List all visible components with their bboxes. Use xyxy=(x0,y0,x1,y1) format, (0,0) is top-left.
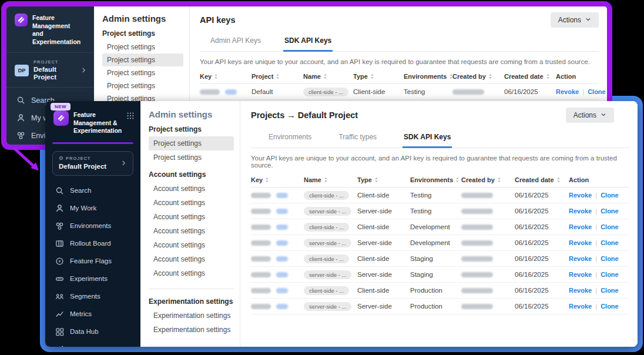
search-icon xyxy=(16,96,25,105)
column-header[interactable]: Name xyxy=(303,73,353,80)
copy-key-link[interactable] xyxy=(276,193,288,198)
copy-key-link[interactable] xyxy=(276,304,288,309)
tab[interactable]: SDK API Keys xyxy=(402,129,452,148)
column-header[interactable]: Created by xyxy=(452,73,504,80)
redacted-user xyxy=(461,304,493,309)
actions-button[interactable]: Actions xyxy=(551,12,599,28)
column-header[interactable]: Type xyxy=(353,73,404,80)
admin-nav-item[interactable]: Project settings xyxy=(149,136,234,150)
column-header[interactable]: Key xyxy=(251,176,304,183)
table-row: server-side - ... Server-side Developmen… xyxy=(251,235,629,251)
clone-link[interactable]: Clone xyxy=(601,207,619,215)
chevron-right-icon[interactable] xyxy=(120,158,127,169)
sidebar-item[interactable]: Search xyxy=(50,182,136,199)
clone-link[interactable]: Clone xyxy=(601,303,619,310)
clone-link[interactable]: Clone xyxy=(601,239,619,246)
actions-button[interactable]: Actions xyxy=(566,108,614,123)
action-cell: Revoke | Clone xyxy=(569,287,629,294)
column-header[interactable]: Name xyxy=(304,176,357,183)
app-switcher-button[interactable] xyxy=(126,110,135,122)
redacted-user xyxy=(461,240,493,246)
admin-nav-item[interactable]: Experimentation settings xyxy=(149,323,234,337)
copy-key-link[interactable] xyxy=(276,272,288,277)
sidebar-item[interactable]: Segments xyxy=(50,288,136,305)
column-header[interactable]: Environments xyxy=(410,176,461,183)
sidebar-item[interactable]: Experiments xyxy=(50,270,136,287)
sidebar-item-label: Environments xyxy=(70,222,111,229)
copy-key-link[interactable] xyxy=(276,256,288,262)
sidebar-item[interactable]: Ask Release Agent xyxy=(50,341,136,347)
admin-nav-item[interactable]: Project settings xyxy=(149,150,234,165)
sidebar-item[interactable]: Environments xyxy=(50,217,136,235)
sidebar-item[interactable]: Data Hub xyxy=(50,323,136,340)
column-header[interactable]: Created date xyxy=(515,176,569,183)
project-selector[interactable]: DP PROJECT Default Project xyxy=(6,54,94,88)
column-header[interactable]: Created by xyxy=(461,176,515,183)
redacted-key xyxy=(251,193,271,198)
clone-link[interactable]: Clone xyxy=(601,271,619,278)
admin-nav-item[interactable]: Account settings xyxy=(149,182,234,196)
name-cell: client-side - ... xyxy=(303,88,353,96)
column-header[interactable]: Environments xyxy=(404,73,452,80)
revoke-link[interactable]: Revoke xyxy=(569,223,592,230)
tab[interactable]: Traffic types xyxy=(337,129,378,148)
sidebar-item[interactable]: My Work xyxy=(50,200,136,217)
admin-nav-item[interactable]: Account settings xyxy=(149,210,234,224)
chevron-right-icon[interactable] xyxy=(80,65,87,76)
admin-nav-item[interactable]: Experimentation settings xyxy=(149,309,234,323)
column-header[interactable]: Action xyxy=(556,73,599,80)
tab[interactable]: Environments xyxy=(267,129,313,148)
admin-nav-item[interactable]: Account settings xyxy=(149,252,234,266)
sort-icon xyxy=(488,73,492,79)
clone-link[interactable]: Clone xyxy=(601,255,619,262)
revoke-link[interactable]: Revoke xyxy=(569,287,592,294)
admin-nav-item[interactable]: Project settings xyxy=(102,66,183,79)
admin-nav-item[interactable]: Project settings xyxy=(102,41,183,53)
column-header[interactable]: Key xyxy=(200,73,251,80)
revoke-link[interactable]: Revoke xyxy=(569,239,592,246)
admin-nav-item[interactable]: Account settings xyxy=(149,238,234,252)
sidebar-item[interactable]: Feature Flags xyxy=(50,253,136,270)
clone-link[interactable]: Clone xyxy=(601,223,619,230)
revoke-link[interactable]: Revoke xyxy=(569,207,592,215)
column-header[interactable]: Project xyxy=(251,73,303,80)
key-cell xyxy=(251,223,304,230)
revoke-link[interactable]: Revoke xyxy=(569,271,592,278)
copy-key-link[interactable] xyxy=(225,89,237,95)
front-sidebar-nav: Search My Work Environments Rollout Boar… xyxy=(45,178,140,347)
tab[interactable]: SDK API Keys xyxy=(283,33,333,52)
copy-key-link[interactable] xyxy=(276,240,288,246)
admin-nav-item[interactable]: Account settings xyxy=(149,266,234,280)
brand-underline xyxy=(52,142,133,144)
tab[interactable]: Admin API Keys xyxy=(209,33,262,51)
type-cell: Server-side xyxy=(357,239,410,246)
admin-nav-item[interactable]: Project settings xyxy=(102,53,183,66)
clone-link[interactable]: Clone xyxy=(601,287,619,294)
front-sidebar: NEW Feature Management & Experimentation… xyxy=(45,101,140,347)
admin-nav-item[interactable]: Project settings xyxy=(102,79,183,92)
created-date-cell: 06/16/2025 xyxy=(515,223,569,230)
column-header[interactable]: Created date xyxy=(504,73,556,80)
revoke-link[interactable]: Revoke xyxy=(569,303,592,310)
copy-key-link[interactable] xyxy=(276,288,288,293)
name-pill: client-side - ... xyxy=(304,223,349,232)
column-header[interactable]: Type xyxy=(357,176,410,183)
copy-key-link[interactable] xyxy=(276,209,288,214)
clone-link[interactable]: Clone xyxy=(588,88,606,95)
copy-key-link[interactable] xyxy=(276,225,288,230)
admin-nav-item[interactable]: Account settings xyxy=(149,224,234,238)
type-cell: Client-side xyxy=(357,287,410,294)
sidebar-item[interactable]: Metrics xyxy=(50,306,136,323)
sidebar-item[interactable]: Rollout Board xyxy=(50,235,136,252)
project-selector[interactable]: PROJECT Default Project xyxy=(52,151,133,176)
revoke-link[interactable]: Revoke xyxy=(569,255,592,262)
admin-nav-item[interactable]: Account settings xyxy=(149,196,234,210)
redacted-user xyxy=(461,193,493,198)
revoke-link[interactable]: Revoke xyxy=(556,88,579,95)
clone-link[interactable]: Clone xyxy=(601,192,619,199)
column-header[interactable]: Action xyxy=(569,176,629,183)
revoke-link[interactable]: Revoke xyxy=(569,192,592,199)
project-name: Default Project xyxy=(59,163,106,171)
type-cell: Client-side xyxy=(357,255,410,262)
app-logo: Feature Management and Experimentation xyxy=(6,6,94,51)
